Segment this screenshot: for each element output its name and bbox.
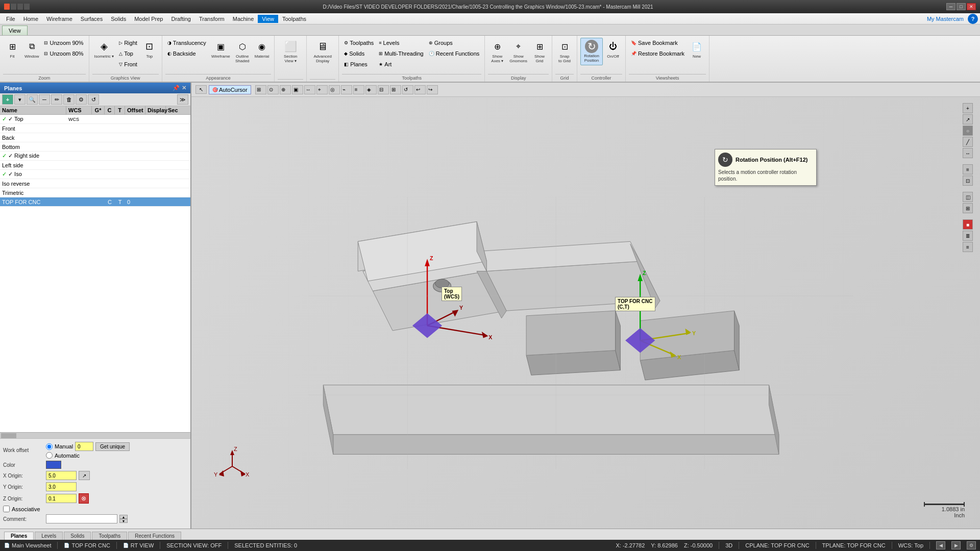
status-settings-btn[interactable]: ⚙ (967, 541, 976, 549)
groups-button[interactable]: ⊕ Groups (427, 38, 482, 48)
plane-row-right-side[interactable]: ✓ Right side (0, 152, 190, 161)
autocursor-btn[interactable]: 🎯 AutoCursor (209, 85, 251, 94)
color-swatch[interactable] (46, 461, 61, 469)
tab-solids[interactable]: Solids (64, 532, 91, 540)
vp-tool-5[interactable]: ↔ (304, 85, 315, 94)
unzoom80-button[interactable]: ⊟ Unzoom 80% (42, 48, 85, 59)
isometric-button[interactable]: ◈ Isometric ▾ (92, 38, 116, 61)
edge-btn-8[interactable]: ◫ (963, 192, 973, 202)
help-btn[interactable]: ? (968, 14, 978, 24)
save-bookmark-button[interactable]: 🔖 Save Bookmark (629, 38, 687, 48)
on-off-button[interactable]: ⏻ On/Off (604, 38, 622, 61)
manual-radio[interactable]: Manual Get unique (46, 442, 130, 451)
automatic-radio[interactable]: Automatic (46, 452, 130, 459)
vp-tool-13[interactable]: ↺ (402, 85, 413, 94)
edge-btn-2[interactable]: ↗ (963, 114, 973, 124)
snap-to-grid-button[interactable]: ⊡ Snapto Grid (555, 38, 574, 65)
wireframe-button[interactable]: ▣ Wireframe (209, 38, 232, 61)
x-origin-input[interactable] (46, 471, 77, 480)
planes-button[interactable]: ◧ Planes (342, 59, 376, 69)
show-grid-button[interactable]: ⊞ ShowGrid (530, 38, 549, 65)
material-button[interactable]: ◉ Material (253, 38, 271, 61)
window-button[interactable]: ⧉ Window (22, 38, 41, 61)
new-viewsheet-button[interactable]: 📄 New (688, 38, 706, 61)
y-origin-input[interactable] (46, 482, 77, 491)
vp-tool-9[interactable]: ≡ (353, 85, 364, 94)
add-plane-btn[interactable]: + (2, 94, 13, 105)
menu-machine[interactable]: Machine (229, 15, 258, 23)
multi-threading-button[interactable]: ⊞ Multi-Threading (377, 48, 425, 59)
toolpaths-button[interactable]: ⚙ Toolpaths (342, 38, 376, 48)
vp-tool-15[interactable]: ↪ (427, 85, 438, 94)
comment-down-btn[interactable]: ▼ (119, 519, 128, 523)
z-origin-input[interactable] (46, 494, 77, 503)
edge-btn-10[interactable]: ≣ (963, 231, 973, 241)
menu-wireframe[interactable]: Wireframe (42, 15, 77, 23)
menu-toolpaths[interactable]: Toolpaths (278, 15, 310, 23)
vp-tool-14[interactable]: ↩ (414, 85, 426, 94)
menu-solids[interactable]: Solids (107, 15, 130, 23)
menu-model-prep[interactable]: Model Prep (130, 15, 167, 23)
vp-tool-2[interactable]: ⊙ (267, 85, 279, 94)
menu-view[interactable]: View (258, 15, 278, 23)
plane-row-front[interactable]: Front (0, 124, 190, 133)
tab-levels[interactable]: Levels (35, 532, 63, 540)
plane-select-btn[interactable]: ▾ (14, 94, 26, 105)
edge-btn-red[interactable]: ■ (963, 219, 973, 230)
my-mastercam[interactable]: My Mastercam (923, 15, 968, 23)
plane-row-iso[interactable]: ✓ Iso (0, 170, 190, 179)
ribbon-tab-view[interactable]: View (2, 26, 28, 35)
right-view-button[interactable]: ▷ Right (117, 38, 139, 48)
solids-button[interactable]: ◆ Solids (342, 48, 376, 59)
plane-search-btn[interactable]: 🔍 (27, 94, 38, 105)
show-gnomons-button[interactable]: ⌖ ShowGnomons (507, 38, 529, 65)
restore-bookmark-button[interactable]: 📌 Restore Bookmark (629, 48, 687, 59)
vp-tool-6[interactable]: ⌖ (316, 85, 328, 94)
edge-btn-11[interactable]: ≡ (963, 242, 973, 252)
status-prev-btn[interactable]: ◀ (936, 541, 945, 549)
edge-btn-1[interactable]: + (963, 103, 973, 113)
vp-tool-12[interactable]: ⊞ (390, 85, 401, 94)
plane-delete-btn[interactable]: 🗑 (63, 94, 75, 105)
levels-button[interactable]: ≡ Levels (377, 38, 425, 48)
menu-file[interactable]: File (2, 15, 19, 23)
top-view-button[interactable]: △ Top (117, 48, 139, 59)
vp-tool-4[interactable]: ▣ (292, 85, 303, 94)
edge-btn-5[interactable]: ↔ (963, 148, 973, 158)
status-next-btn[interactable]: ▶ (951, 541, 961, 549)
recent-functions-button[interactable]: 🕐 Recent Functions (427, 48, 482, 59)
plane-refresh-btn[interactable]: ↺ (88, 94, 99, 105)
vp-tool-10[interactable]: ◈ (365, 85, 377, 94)
advanced-display-button[interactable]: 🖥 AdvancedDisplay (310, 38, 335, 65)
vp-tool-3[interactable]: ⊕ (280, 85, 291, 94)
show-axes-button[interactable]: ⊕ ShowAxes ▾ (488, 38, 506, 65)
vp-tool-1[interactable]: ⊞ (255, 85, 266, 94)
plane-row-bottom[interactable]: Bottom (0, 142, 190, 152)
edge-btn-9[interactable]: ⊞ (963, 203, 973, 213)
maximize-btn[interactable]: □ (957, 3, 966, 10)
outline-shaded-button[interactable]: ⬡ OutlineShaded (233, 38, 252, 65)
menu-drafting[interactable]: Drafting (167, 15, 195, 23)
plane-row-iso-reverse[interactable]: Iso reverse (0, 179, 190, 188)
plane-row-top-for-cnc[interactable]: TOP FOR CNC C T 0 (0, 197, 190, 207)
edge-btn-7[interactable]: ⊡ (963, 176, 973, 186)
plane-more-btn[interactable]: ≫ (177, 94, 188, 105)
comment-up-btn[interactable]: ▲ (119, 515, 128, 519)
3d-viewport-canvas[interactable]: Z X Y Z Y X (191, 98, 980, 529)
translucency-button[interactable]: ◑ Translucency (165, 38, 208, 48)
vp-tool-8[interactable]: ⌁ (341, 85, 352, 94)
vp-tool-7[interactable]: ◎ (329, 85, 340, 94)
plane-edit-btn[interactable]: ✏ (51, 94, 62, 105)
tab-recent-functions[interactable]: Recent Functions (128, 532, 181, 540)
menu-surfaces[interactable]: Surfaces (77, 15, 107, 23)
minimize-btn[interactable]: ─ (946, 3, 955, 10)
get-unique-button[interactable]: Get unique (95, 442, 130, 451)
menu-transform[interactable]: Transform (195, 15, 229, 23)
fit-button[interactable]: ⊞ Fit (3, 38, 21, 61)
edge-btn-4[interactable]: ╱ (963, 137, 973, 147)
plane-rule-btn[interactable]: ─ (39, 94, 50, 105)
edge-btn-3[interactable]: ○ (963, 126, 973, 136)
menu-home[interactable]: Home (19, 15, 42, 23)
close-btn[interactable]: ✕ (967, 3, 976, 10)
edge-btn-6[interactable]: ≡ (963, 164, 973, 174)
